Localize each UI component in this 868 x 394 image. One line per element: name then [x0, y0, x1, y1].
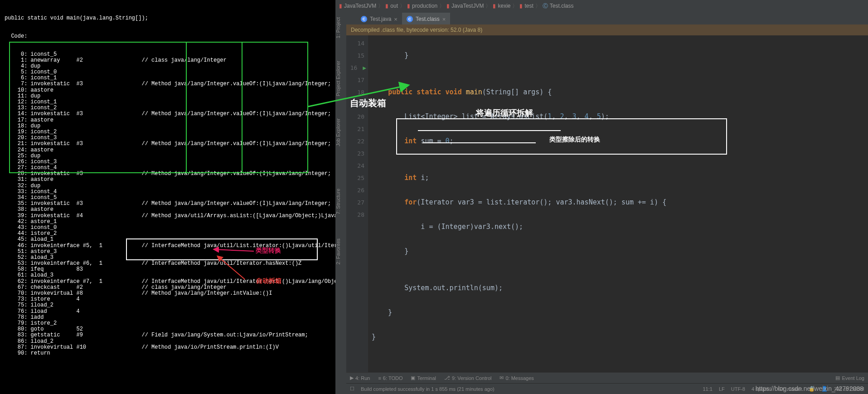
tab-label: Test.class [416, 16, 440, 22]
ide-panel: ▮JavaTestJVM 〉▮out 〉▮production 〉▮JavaTe… [335, 0, 868, 394]
bytecode-code-label: Code: [5, 34, 331, 39]
status-encoding[interactable]: UTF-8 [731, 386, 745, 392]
tab-test-class[interactable]: CTest.class× [402, 13, 450, 24]
breadcrumb-sep: 〉 [378, 2, 383, 10]
bytecode-line: 76: iload 4 [5, 309, 331, 315]
breadcrumb-sep: 〉 [400, 2, 405, 10]
folder-icon: ▮ [385, 3, 388, 9]
annotation-line [242, 42, 242, 173]
bytecode-line: 87: invokevirtual #10 // Method java/io/… [5, 345, 331, 350]
tool-project-explorer[interactable]: Project Explorer [335, 61, 341, 96]
watermark: https://blog.csdn.net/weixin_42792088 [756, 385, 863, 392]
bytecode-line: 42: astore_1 [5, 219, 331, 225]
line-gutter: 14 15 16 ▶ 17 18 19 20 21 22 23 24 25 26… [346, 35, 368, 372]
breadcrumb-item[interactable]: JavaTestJVM [344, 3, 376, 9]
tool-run[interactable]: ▶ 4: Run [350, 375, 370, 381]
bytecode-line: 73: istore 4 [5, 297, 331, 302]
folder-icon: ▮ [339, 3, 342, 9]
close-icon[interactable]: × [442, 16, 446, 23]
breadcrumb-item[interactable]: JavaTestJVM [451, 3, 484, 9]
breadcrumb-item[interactable]: production [412, 3, 437, 9]
status-line-sep[interactable]: LF [719, 386, 725, 392]
folder-icon: ▮ [493, 3, 496, 9]
breadcrumb-item[interactable]: out [390, 3, 398, 9]
folder-icon: ▮ [519, 3, 523, 9]
status-build-icon: ☐ [350, 386, 354, 392]
bytecode-line: 75: iload_2 [5, 302, 331, 308]
class-icon: C [361, 16, 367, 22]
breadcrumb-item[interactable]: kexie [498, 3, 510, 9]
folder-icon: ▮ [407, 3, 410, 9]
bytecode-line: 35: invokestatic #3 // Method java/lang/… [5, 201, 331, 207]
folder-icon: ▮ [446, 3, 450, 9]
tool-todo[interactable]: ≡ 6: TODO [378, 375, 402, 381]
tab-test-java[interactable]: CTest.java× [356, 13, 402, 24]
bytecode-panel: public static void main(java.lang.String… [0, 0, 335, 394]
bytecode-line: 61: aload_3 [5, 272, 331, 278]
tool-project[interactable]: 1: Project [335, 17, 341, 38]
tool-structure[interactable]: 7: Structure [335, 189, 341, 214]
bytecode-line: 58: ifeq 83 [5, 267, 331, 272]
tool-job-explorer[interactable]: Job Explorer [335, 118, 341, 146]
breadcrumb-item[interactable]: Test.class [550, 3, 574, 9]
tool-event-log[interactable]: ▤ Event Log [835, 375, 864, 381]
run-icon[interactable]: ▶ [363, 64, 366, 71]
annotation-line [186, 42, 187, 173]
code-editor[interactable]: } public static void main(String[] args)… [368, 35, 868, 372]
breadcrumb-sep: 〉 [439, 2, 445, 10]
bytecode-line: 44: istore_2 [5, 231, 331, 237]
tool-vcs[interactable]: ⎇ 9: Version Control [444, 375, 491, 381]
bytecode-line: 39: invokestatic #4 // Method java/util/… [5, 213, 331, 219]
bytecode-line: 38: aastore [5, 207, 331, 213]
tool-terminal[interactable]: ▣ Terminal [411, 375, 436, 381]
tab-label: Test.java [370, 16, 391, 22]
tool-messages[interactable]: ✉ 0: Messages [499, 375, 533, 381]
status-build: Build completed successfully in 1 s 855 … [361, 386, 495, 392]
breadcrumbs: ▮JavaTestJVM 〉▮out 〉▮production 〉▮JavaTe… [335, 0, 868, 12]
class-icon: C [407, 16, 413, 22]
bytecode-line: 31: aastore [5, 177, 331, 183]
class-icon: Ⓒ [543, 2, 548, 10]
breadcrumb-sep: 〉 [535, 2, 541, 10]
breadcrumb-sep: 〉 [485, 2, 491, 10]
annotation-box-loop [396, 118, 727, 155]
close-icon[interactable]: × [394, 16, 398, 23]
annotation-box-typecast [126, 238, 318, 260]
tool-favorites[interactable]: 2: Favorites [335, 238, 341, 264]
bytecode-line: 90: return [5, 350, 331, 356]
bottom-tool-bar: ▶ 4: Run ≡ 6: TODO ▣ Terminal ⎇ 9: Versi… [346, 372, 868, 383]
breadcrumb-item[interactable]: test [524, 3, 533, 9]
bytecode-line: 78: iadd [5, 315, 331, 321]
editor-tabs: CTest.java× CTest.class× [346, 12, 868, 24]
bytecode-line: 83: getstatic #9 // Field java/lang/Syst… [5, 332, 331, 338]
decompile-info: Decompiled .class file, bytecode version… [346, 24, 868, 35]
left-tool-stripe: 1: Project Project Explorer Job Explorer… [335, 12, 346, 394]
bytecode-header: public static void main(java.lang.String… [5, 15, 331, 21]
bytecode-line: 32: dup [5, 183, 331, 189]
status-caret-pos[interactable]: 11:1 [703, 386, 712, 392]
annotation-box-autoboxing [9, 42, 308, 173]
bytecode-line: 62: invokeinterface #7, 1 // InterfaceMe… [5, 279, 331, 285]
bytecode-line: 86: iload_2 [5, 339, 331, 345]
breadcrumb-sep: 〉 [512, 2, 518, 10]
